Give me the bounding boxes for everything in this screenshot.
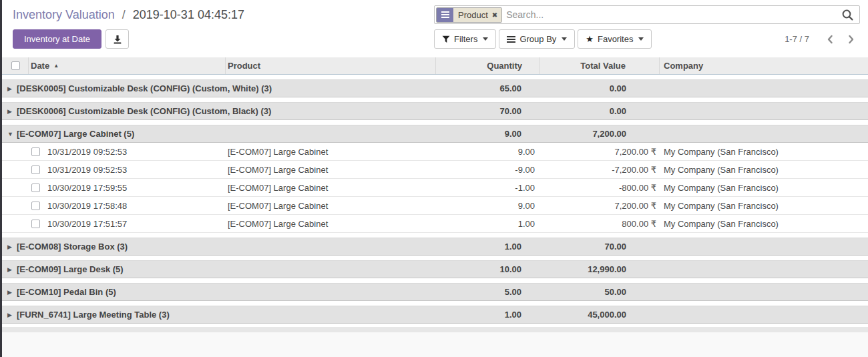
empty-area [2,332,868,357]
record-row[interactable]: 10/30/2019 17:59:55[E-COM07] Large Cabin… [2,179,868,197]
list-view: Date ▲ Product Quantity Total Value Comp… [2,57,868,324]
group-title: [DESK0005] Customizable Desk (CONFIG) (C… [17,83,272,93]
group-row[interactable]: ▶[E-COM09] Large Desk (5)10.0012,990.00 [2,260,868,278]
group-title: [FURN_6741] Large Meeting Table (3) [17,310,170,320]
record-row[interactable]: 10/30/2019 17:51:57[E-COM07] Large Cabin… [2,215,868,233]
product-cell: [E-COM07] Large Cabinet [226,219,436,229]
group-title: [E-COM10] Pedal Bin (5) [17,287,116,297]
company-cell: My Company (San Francisco) [660,165,868,175]
search-facet: Product ✖ [436,7,502,23]
breadcrumb-separator: / [122,8,126,21]
caret-right-icon: ▶ [7,244,17,250]
column-header-date-label: Date [31,61,49,71]
export-button[interactable] [105,29,129,49]
group-total-value-cell: 0.00 [540,106,660,116]
list-body: ▶[DESK0005] Customizable Desk (CONFIG) (… [2,79,868,324]
filters-button-label: Filters [454,34,477,44]
group-total-value-cell: 70.00 [540,242,660,252]
group-label: ▶[FURN_6741] Large Meeting Table (3) [2,310,436,320]
date-cell: 10/30/2019 17:59:55 [45,183,226,193]
group-row[interactable]: ▶[DESK0005] Customizable Desk (CONFIG) (… [2,79,868,97]
column-header-company[interactable]: Company [660,57,868,74]
column-header-total-value[interactable]: Total Value [540,57,660,74]
pager-previous-button[interactable] [824,33,836,45]
record-select-cell [2,220,45,228]
inventory-at-date-button[interactable]: Inventory at Date [13,29,101,49]
column-header-date[interactable]: Date ▲ [29,57,226,74]
breadcrumb: Inventory Valuation / 2019-10-31 04:45:1… [13,7,434,23]
record-row[interactable]: 10/31/2019 09:52:53[E-COM07] Large Cabin… [2,161,868,179]
group-row[interactable]: ▶[DESK0006] Customizable Desk (CONFIG) (… [2,102,868,120]
row-checkbox[interactable] [31,165,40,174]
pager-value: 1-7 / 7 [785,34,809,44]
favorites-button[interactable]: ★ Favorites [578,29,652,49]
caret-down-icon: ▼ [7,131,17,137]
group-title: [E-COM08] Storage Box (3) [17,242,128,252]
search-toolbar: Filters Group By ★ Favorites [434,29,860,49]
select-all-cell [2,57,29,74]
record-row[interactable]: 10/30/2019 17:58:48[E-COM07] Large Cabin… [2,197,868,215]
group-title: [E-COM09] Large Desk (5) [17,264,124,274]
group-row[interactable]: ▶[E-COM10] Pedal Bin (5)5.0050.00 [2,283,868,301]
group-quantity-cell: 10.00 [436,264,540,274]
row-checkbox[interactable] [31,202,40,210]
row-checkbox[interactable] [31,220,40,228]
search-input[interactable] [502,9,840,20]
group-label: ▶[E-COM09] Large Desk (5) [2,264,436,274]
group-title: [DESK0006] Customizable Desk (CONFIG) (C… [17,106,271,116]
record-select-cell [2,165,45,174]
group-label: ▶[E-COM10] Pedal Bin (5) [2,287,436,297]
inventory-valuation-page: Inventory Valuation / 2019-10-31 04:45:1… [2,0,868,357]
company-cell: My Company (San Francisco) [660,201,868,211]
product-cell: [E-COM07] Large Cabinet [226,183,436,193]
product-cell: [E-COM07] Large Cabinet [226,165,436,175]
pager-next-button[interactable] [845,33,857,45]
quantity-cell: 9.00 [436,147,540,157]
group-row[interactable]: ▶[FURN_6741] Large Meeting Table (3)1.00… [2,306,868,324]
group-label: ▶[E-COM08] Storage Box (3) [2,242,436,252]
record-row[interactable]: 10/31/2019 09:52:53[E-COM07] Large Cabin… [2,143,868,161]
table-header-row: Date ▲ Product Quantity Total Value Comp… [2,57,868,75]
filters-button[interactable]: Filters [434,29,496,49]
record-select-cell [2,147,45,156]
total-value-cell: -7,200.00 ₹ [540,165,660,175]
group-by-facet-icon [437,8,453,22]
breadcrumb-parent-link[interactable]: Inventory Valuation [13,8,115,21]
chevron-down-icon [562,37,567,41]
group-label: ▼[E-COM07] Large Cabinet (5) [2,129,436,139]
column-header-quantity-label: Quantity [487,61,522,71]
group-title: [E-COM07] Large Cabinet (5) [17,129,134,139]
column-header-product[interactable]: Product [226,57,436,74]
group-label: ▶[DESK0006] Customizable Desk (CONFIG) (… [2,106,436,116]
search-icon[interactable] [840,7,855,23]
select-all-checkbox[interactable] [11,61,20,70]
group-by-button[interactable]: Group By [499,29,575,49]
control-panel: Inventory Valuation / 2019-10-31 04:45:1… [2,0,868,49]
row-checkbox[interactable] [31,184,40,192]
group-quantity-cell: 1.00 [436,310,540,320]
group-row[interactable]: ▶[E-COM08] Storage Box (3)1.0070.00 [2,238,868,256]
row-checkbox[interactable] [31,147,40,156]
favorites-button-label: Favorites [598,34,633,44]
facet-label: Product [453,8,491,22]
control-panel-left: Inventory Valuation / 2019-10-31 04:45:1… [2,0,434,49]
product-cell: [E-COM07] Large Cabinet [226,201,436,211]
caret-right-icon: ▶ [7,108,17,115]
facet-remove-icon[interactable]: ✖ [491,8,501,22]
group-total-value-cell: 12,990.00 [540,264,660,274]
caret-right-icon: ▶ [7,266,17,273]
caret-right-icon: ▶ [7,312,17,318]
date-cell: 10/31/2019 09:52:53 [45,165,226,175]
column-header-quantity[interactable]: Quantity [436,57,540,74]
total-value-cell: 7,200.00 ₹ [540,147,660,157]
group-row[interactable]: ▼[E-COM07] Large Cabinet (5)9.007,200.00 [2,125,868,143]
group-label: ▶[DESK0005] Customizable Desk (CONFIG) (… [2,83,436,93]
group-quantity-cell: 70.00 [436,106,540,116]
company-cell: My Company (San Francisco) [660,183,868,193]
column-header-total-value-label: Total Value [580,61,626,71]
group-by-icon [507,39,515,40]
group-total-value-cell: 0.00 [540,83,660,93]
control-panel-right: Product ✖ Filters [434,0,868,49]
column-header-company-label: Company [664,61,703,71]
action-buttons: Inventory at Date [13,29,434,49]
